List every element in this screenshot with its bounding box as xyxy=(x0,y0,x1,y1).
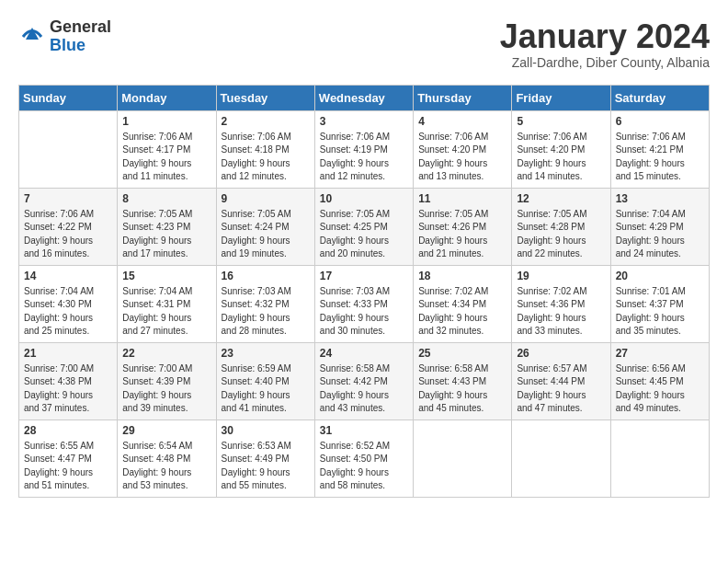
day-info: Sunrise: 7:06 AMSunset: 4:21 PMDaylight:… xyxy=(616,131,704,184)
calendar-cell: 23Sunrise: 6:59 AMSunset: 4:40 PMDayligh… xyxy=(216,342,314,419)
calendar-cell: 29Sunrise: 6:54 AMSunset: 4:48 PMDayligh… xyxy=(118,419,216,497)
calendar-cell: 13Sunrise: 7:04 AMSunset: 4:29 PMDayligh… xyxy=(610,188,709,265)
calendar-cell xyxy=(512,419,610,497)
day-info: Sunrise: 7:06 AMSunset: 4:20 PMDaylight:… xyxy=(517,131,605,184)
day-number: 5 xyxy=(517,115,605,128)
day-number: 29 xyxy=(122,424,210,437)
calendar-cell: 28Sunrise: 6:55 AMSunset: 4:47 PMDayligh… xyxy=(19,419,118,497)
day-info: Sunrise: 6:58 AMSunset: 4:42 PMDaylight:… xyxy=(320,362,408,416)
day-number: 24 xyxy=(320,347,408,360)
calendar-week-row: 1Sunrise: 7:06 AMSunset: 4:17 PMDaylight… xyxy=(19,110,710,188)
calendar-cell xyxy=(414,419,512,497)
day-info: Sunrise: 6:57 AMSunset: 4:44 PMDaylight:… xyxy=(517,362,605,416)
day-info: Sunrise: 7:06 AMSunset: 4:19 PMDaylight:… xyxy=(320,131,408,184)
calendar-cell: 2Sunrise: 7:06 AMSunset: 4:18 PMDaylight… xyxy=(216,110,314,188)
calendar-cell: 5Sunrise: 7:06 AMSunset: 4:20 PMDaylight… xyxy=(512,110,610,188)
day-info: Sunrise: 6:55 AMSunset: 4:47 PMDaylight:… xyxy=(24,440,112,493)
day-number: 26 xyxy=(517,347,605,360)
day-number: 22 xyxy=(122,347,210,360)
day-info: Sunrise: 6:56 AMSunset: 4:45 PMDaylight:… xyxy=(616,362,704,416)
day-info: Sunrise: 7:06 AMSunset: 4:20 PMDaylight:… xyxy=(418,131,506,184)
logo-general-label: General xyxy=(50,18,111,37)
calendar-cell: 25Sunrise: 6:58 AMSunset: 4:43 PMDayligh… xyxy=(414,342,512,419)
weekday-header: Tuesday xyxy=(216,85,314,110)
day-info: Sunrise: 7:04 AMSunset: 4:29 PMDaylight:… xyxy=(616,208,704,261)
day-info: Sunrise: 7:05 AMSunset: 4:24 PMDaylight:… xyxy=(222,208,310,261)
day-number: 12 xyxy=(517,192,605,205)
day-info: Sunrise: 7:00 AMSunset: 4:38 PMDaylight:… xyxy=(24,362,112,416)
logo-blue-label: Blue xyxy=(50,37,111,55)
day-number: 19 xyxy=(517,270,605,282)
day-info: Sunrise: 6:54 AMSunset: 4:48 PMDaylight:… xyxy=(122,440,210,493)
weekday-header: Monday xyxy=(118,85,216,110)
day-number: 21 xyxy=(24,347,112,360)
calendar-cell: 20Sunrise: 7:01 AMSunset: 4:37 PMDayligh… xyxy=(610,265,709,342)
calendar-cell xyxy=(19,110,118,188)
day-number: 10 xyxy=(320,192,408,205)
calendar-cell: 24Sunrise: 6:58 AMSunset: 4:42 PMDayligh… xyxy=(314,342,413,419)
weekday-header: Friday xyxy=(512,85,610,110)
day-number: 7 xyxy=(24,192,112,205)
day-info: Sunrise: 6:58 AMSunset: 4:43 PMDaylight:… xyxy=(418,362,506,416)
calendar-cell: 19Sunrise: 7:02 AMSunset: 4:36 PMDayligh… xyxy=(512,265,610,342)
day-info: Sunrise: 6:52 AMSunset: 4:50 PMDaylight:… xyxy=(320,440,408,493)
day-number: 28 xyxy=(24,424,112,437)
calendar-cell: 11Sunrise: 7:05 AMSunset: 4:26 PMDayligh… xyxy=(414,188,512,265)
calendar-week-row: 28Sunrise: 6:55 AMSunset: 4:47 PMDayligh… xyxy=(19,419,710,497)
calendar-body: 1Sunrise: 7:06 AMSunset: 4:17 PMDaylight… xyxy=(19,110,710,497)
weekday-header: Thursday xyxy=(414,85,512,110)
logo-icon xyxy=(18,23,46,51)
calendar-cell: 26Sunrise: 6:57 AMSunset: 4:44 PMDayligh… xyxy=(512,342,610,419)
day-number: 1 xyxy=(122,115,210,128)
calendar-week-row: 14Sunrise: 7:04 AMSunset: 4:30 PMDayligh… xyxy=(19,265,710,342)
day-number: 18 xyxy=(418,270,506,282)
day-info: Sunrise: 7:02 AMSunset: 4:36 PMDaylight:… xyxy=(517,285,605,339)
page-header: General Blue January 2024 Zall-Dardhe, D… xyxy=(18,18,710,70)
calendar-cell: 15Sunrise: 7:04 AMSunset: 4:31 PMDayligh… xyxy=(118,265,216,342)
day-info: Sunrise: 7:05 AMSunset: 4:26 PMDaylight:… xyxy=(418,208,506,261)
day-number: 25 xyxy=(418,347,506,360)
header-row: SundayMondayTuesdayWednesdayThursdayFrid… xyxy=(19,85,710,110)
day-info: Sunrise: 7:06 AMSunset: 4:17 PMDaylight:… xyxy=(122,131,210,184)
calendar-cell xyxy=(610,419,709,497)
calendar-cell: 16Sunrise: 7:03 AMSunset: 4:32 PMDayligh… xyxy=(216,265,314,342)
calendar-cell: 4Sunrise: 7:06 AMSunset: 4:20 PMDaylight… xyxy=(414,110,512,188)
day-number: 14 xyxy=(24,270,112,282)
calendar-cell: 1Sunrise: 7:06 AMSunset: 4:17 PMDaylight… xyxy=(118,110,216,188)
day-number: 23 xyxy=(222,347,310,360)
weekday-header: Saturday xyxy=(610,85,709,110)
day-info: Sunrise: 7:06 AMSunset: 4:22 PMDaylight:… xyxy=(24,208,112,261)
day-info: Sunrise: 7:05 AMSunset: 4:25 PMDaylight:… xyxy=(320,208,408,261)
calendar-cell: 27Sunrise: 6:56 AMSunset: 4:45 PMDayligh… xyxy=(610,342,709,419)
day-number: 27 xyxy=(616,347,704,360)
day-info: Sunrise: 7:00 AMSunset: 4:39 PMDaylight:… xyxy=(122,362,210,416)
calendar-cell: 21Sunrise: 7:00 AMSunset: 4:38 PMDayligh… xyxy=(19,342,118,419)
calendar-cell: 8Sunrise: 7:05 AMSunset: 4:23 PMDaylight… xyxy=(118,188,216,265)
day-number: 20 xyxy=(616,270,704,282)
calendar-cell: 30Sunrise: 6:53 AMSunset: 4:49 PMDayligh… xyxy=(216,419,314,497)
day-number: 11 xyxy=(418,192,506,205)
day-number: 9 xyxy=(222,192,310,205)
day-info: Sunrise: 6:59 AMSunset: 4:40 PMDaylight:… xyxy=(222,362,310,416)
calendar-cell: 12Sunrise: 7:05 AMSunset: 4:28 PMDayligh… xyxy=(512,188,610,265)
calendar-cell: 18Sunrise: 7:02 AMSunset: 4:34 PMDayligh… xyxy=(414,265,512,342)
day-info: Sunrise: 7:06 AMSunset: 4:18 PMDaylight:… xyxy=(222,131,310,184)
calendar-week-row: 21Sunrise: 7:00 AMSunset: 4:38 PMDayligh… xyxy=(19,342,710,419)
day-number: 13 xyxy=(616,192,704,205)
calendar-cell: 22Sunrise: 7:00 AMSunset: 4:39 PMDayligh… xyxy=(118,342,216,419)
day-number: 2 xyxy=(222,115,310,128)
title-block: January 2024 Zall-Dardhe, Diber County, … xyxy=(500,18,710,70)
calendar-cell: 6Sunrise: 7:06 AMSunset: 4:21 PMDaylight… xyxy=(610,110,709,188)
day-number: 3 xyxy=(320,115,408,128)
day-info: Sunrise: 7:05 AMSunset: 4:28 PMDaylight:… xyxy=(517,208,605,261)
calendar-cell: 31Sunrise: 6:52 AMSunset: 4:50 PMDayligh… xyxy=(314,419,413,497)
day-number: 15 xyxy=(122,270,210,282)
day-number: 17 xyxy=(320,270,408,282)
calendar-header: SundayMondayTuesdayWednesdayThursdayFrid… xyxy=(19,85,710,110)
logo: General Blue xyxy=(18,18,111,55)
calendar-cell: 7Sunrise: 7:06 AMSunset: 4:22 PMDaylight… xyxy=(19,188,118,265)
weekday-header: Wednesday xyxy=(314,85,413,110)
calendar-cell: 14Sunrise: 7:04 AMSunset: 4:30 PMDayligh… xyxy=(19,265,118,342)
day-number: 30 xyxy=(222,424,310,437)
day-info: Sunrise: 7:03 AMSunset: 4:33 PMDaylight:… xyxy=(320,285,408,339)
